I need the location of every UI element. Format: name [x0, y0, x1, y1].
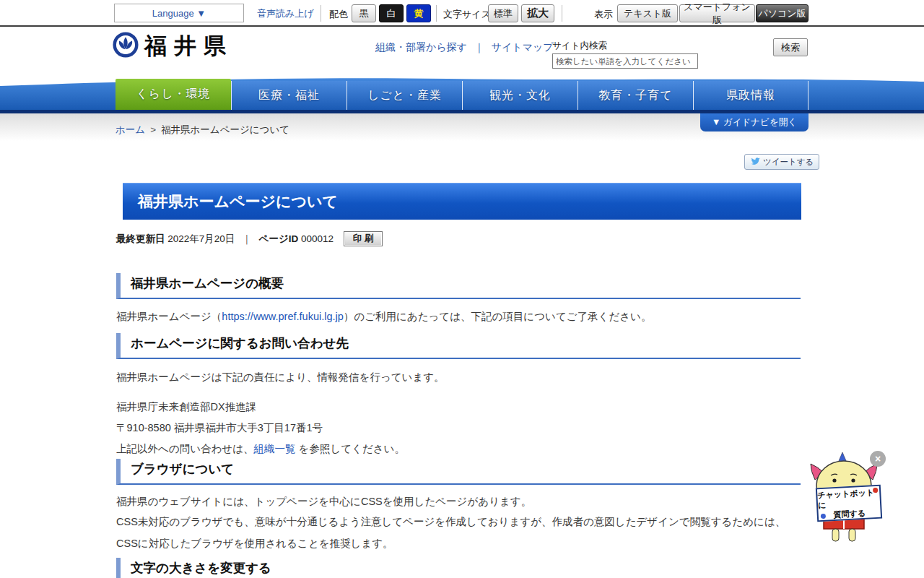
color-white-button[interactable]: 白: [379, 4, 404, 22]
site-title[interactable]: 福井県: [144, 31, 233, 61]
site-search-label: サイト内検索: [552, 40, 607, 52]
toolbar-divider: [562, 5, 562, 22]
updated-label: 最終更新日: [116, 233, 165, 246]
chatbot-open-button[interactable]: チャットボットに 質問する: [816, 485, 882, 522]
nav-tab-kurashi-kankyo[interactable]: くらし・環境: [116, 79, 231, 110]
organization-list-link[interactable]: 組織一覧: [254, 443, 296, 454]
breadcrumb-current: 福井県ホームページについて: [161, 124, 289, 135]
site-header: 福井県 組織・部署から探す｜サイトマップ サイト内検索 検索: [0, 28, 924, 74]
updated-value: 2022年7月20日: [167, 233, 235, 246]
fontsize-label: 文字サイズ: [443, 8, 491, 21]
breadcrumb: ホーム>福井県ホームページについて: [116, 124, 289, 137]
nav-tab-kanko-bunka[interactable]: 観光・文化: [462, 81, 578, 110]
color-yellow-button[interactable]: 黄: [406, 4, 431, 22]
tweet-button[interactable]: ツイートする: [744, 154, 819, 170]
browser-paragraph-2: CSS未対応のブラウザでも、意味が十分通じるよう注意してページを作成しております…: [116, 511, 801, 554]
view-mode-label: 表示: [594, 8, 613, 21]
guide-nav-open-button[interactable]: ▼ ガイドナビを開く: [700, 113, 808, 131]
breadcrumb-separator: >: [150, 124, 156, 135]
view-text-button[interactable]: テキスト版: [617, 4, 678, 22]
chatbot-close-icon[interactable]: ×: [870, 451, 886, 467]
browser-paragraph-1: 福井県のウェブサイトには、トップページを中心にCSSを使用したページがあります。: [116, 491, 801, 512]
fontsize-standard-button[interactable]: 標準: [488, 4, 518, 22]
nav-tab-shigoto-sangyo[interactable]: しごと・産業: [346, 81, 462, 110]
contact-address: 〒910-8580 福井県福井市大手3丁目17番1号: [116, 422, 323, 434]
nav-tab-kyoiku-kosodate[interactable]: 教育・子育て: [578, 81, 693, 110]
voice-readout-link[interactable]: 音声読み上げ: [257, 7, 314, 20]
color-scheme-label: 配色: [329, 8, 348, 21]
fukui-prefecture-logo-icon[interactable]: [113, 32, 139, 58]
nav-tab-kensei-joho[interactable]: 県政情報: [693, 81, 808, 110]
color-black-button[interactable]: 黒: [352, 4, 376, 22]
breadcrumb-home-link[interactable]: ホーム: [116, 124, 145, 135]
accessibility-toolbar: Language ▼ 音声読み上げ 配色 黒 白 黄 文字サイズ 標準 拡大 表…: [0, 0, 924, 27]
section-heading-text-size: 文字の大きさを変更する: [116, 558, 801, 578]
page-id-value: 000012: [301, 233, 334, 244]
page-root: Language ▼ 音声読み上げ 配色 黒 白 黄 文字サイズ 標準 拡大 表…: [0, 0, 924, 578]
nav-tab-iryo-fukushi[interactable]: 医療・福祉: [231, 81, 346, 110]
view-smartphone-button[interactable]: スマートフォン版: [679, 4, 755, 22]
section-heading-browser: ブラウザについて: [116, 459, 801, 485]
contact-detail-paragraph: 福井県庁未来創造部DX推進課 〒910-8580 福井県福井市大手3丁目17番1…: [116, 397, 801, 460]
sign-decoration-dot: [821, 514, 826, 519]
page-title: 福井県ホームページについて: [123, 183, 801, 220]
fontsize-large-button[interactable]: 拡大: [521, 4, 554, 22]
view-pc-button[interactable]: パソコン版: [756, 4, 808, 22]
nav-tabs: くらし・環境 医療・福祉 しごと・産業 観光・文化 教育・子育て 県政情報: [116, 79, 808, 110]
tweet-button-label: ツイートする: [763, 157, 814, 168]
sitemap-link[interactable]: サイトマップ: [492, 41, 554, 53]
contact-other-before: 上記以外への問い合わせは、: [116, 443, 254, 454]
overview-text-after: ）のご利用にあたっては、下記の項目についてご了承ください。: [344, 311, 652, 322]
page-id-label: ページID: [259, 233, 299, 246]
overview-paragraph: 福井県ホームページ（https://www.pref.fukui.lg.jp）の…: [116, 306, 801, 327]
twitter-bird-icon: [750, 158, 760, 166]
chatbot-sign-line1: チャットボットに: [817, 486, 880, 509]
site-search-input[interactable]: [552, 53, 698, 69]
org-search-link[interactable]: 組織・部署から探す: [375, 41, 467, 53]
toolbar-divider: [321, 5, 321, 22]
homepage-url-link[interactable]: https://www.pref.fukui.lg.jp: [222, 311, 343, 322]
language-selector[interactable]: Language ▼: [114, 4, 244, 22]
page-meta: 最終更新日 2022年7月20日 ｜ ページID 000012 印 刷: [116, 231, 383, 246]
contact-dept: 福井県庁未来創造部DX推進課: [116, 401, 256, 413]
chatbot-sign-line2: 質問する: [833, 507, 866, 519]
global-navigation: くらし・環境 医療・福祉 しごと・産業 観光・文化 教育・子育て 県政情報: [0, 74, 924, 113]
print-button[interactable]: 印 刷: [344, 231, 383, 246]
toolbar-divider: [436, 5, 437, 22]
meta-divider: ｜: [242, 233, 251, 246]
overview-text-before: 福井県ホームページ（: [116, 311, 222, 322]
header-links: 組織・部署から探す｜サイトマップ: [375, 41, 554, 54]
contact-other-after: を参照してください。: [296, 443, 405, 454]
contact-intro-paragraph: 福井県ホームページは下記の責任により、情報発信を行っています。: [116, 367, 801, 388]
section-heading-overview: 福井県ホームページの概要: [116, 273, 801, 299]
section-heading-contact: ホームページに関するお問い合わせ先: [116, 333, 801, 359]
header-link-divider: ｜: [474, 41, 484, 53]
search-button[interactable]: 検索: [773, 38, 808, 56]
